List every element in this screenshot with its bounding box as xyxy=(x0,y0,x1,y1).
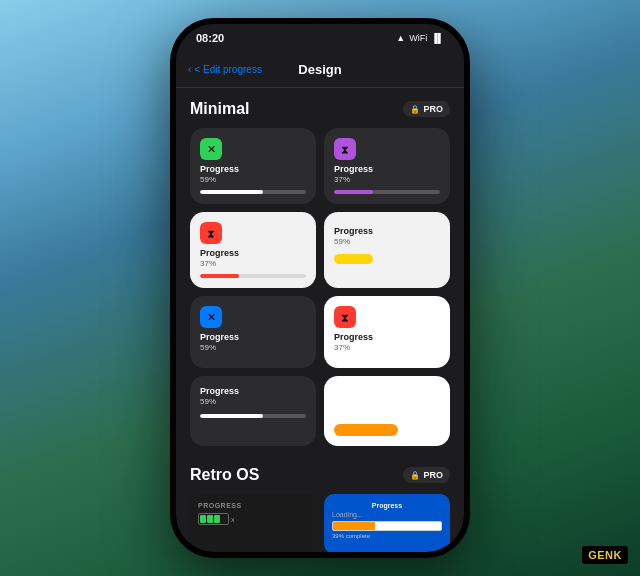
retro-card-blue[interactable]: Progress Loading... 39% complete xyxy=(324,494,450,552)
battery-cell-1 xyxy=(200,515,206,523)
widget-icon-1: ✕ xyxy=(200,138,222,160)
widget-label-4: Progress xyxy=(334,226,440,236)
battery-cell-2 xyxy=(207,515,213,523)
widget-icon-6: ⧗ xyxy=(334,306,356,328)
yellow-bar xyxy=(334,254,373,264)
nav-title: Design xyxy=(298,62,341,77)
widget-card-7[interactable]: Progress 59% xyxy=(190,376,316,446)
progress-bar-2 xyxy=(334,190,440,194)
widget-grid-row2: ✕ Progress 59% ⧗ Progress 37% xyxy=(190,296,450,368)
pro-badge: 🔒 PRO xyxy=(403,101,450,117)
widget-label-5: Progress xyxy=(200,332,306,342)
retro-progress-fill xyxy=(333,522,375,530)
genk-k: K xyxy=(614,549,622,561)
widget-value-7: 59% xyxy=(200,397,306,406)
signal-icon: ▲ xyxy=(396,33,405,43)
section-header: Minimal 🔒 PRO xyxy=(190,100,450,118)
widget-card-2[interactable]: ⧗ Progress 37% xyxy=(324,128,450,204)
widget-label-2: Progress xyxy=(334,164,440,174)
widget-value-3: 37% xyxy=(200,259,306,268)
retro-card-dark[interactable]: PROGRESS x xyxy=(190,494,316,552)
widget-value-1: 59% xyxy=(200,175,306,184)
wifi-icon: WiFi xyxy=(409,33,427,43)
retro-lock-icon: 🔒 xyxy=(410,471,420,480)
widget-label-1: Progress xyxy=(200,164,306,174)
battery-cell-4 xyxy=(221,515,227,523)
widget-value-4: 59% xyxy=(334,237,440,246)
lock-icon: 🔒 xyxy=(410,105,420,114)
widget-spacer xyxy=(334,386,440,416)
retro-pro-badge: 🔒 PRO xyxy=(403,467,450,483)
retro-battery: x xyxy=(198,513,308,525)
progress-fill-2 xyxy=(334,190,373,194)
widget-grid-row1: ✕ Progress 59% ⧗ Progress 37% xyxy=(190,128,450,288)
battery-icon: ▐▌ xyxy=(431,33,444,43)
scroll-content[interactable]: Minimal 🔒 PRO ✕ Progress 59% xyxy=(176,88,464,552)
widget-card-4[interactable]: Progress 59% xyxy=(324,212,450,288)
widget-value-5: 59% xyxy=(200,343,306,352)
retro-section-header: Retro OS 🔒 PRO xyxy=(190,466,450,484)
widget-icon-5: ✕ xyxy=(200,306,222,328)
retro-dark-label: PROGRESS xyxy=(198,502,308,509)
widget-grid-row3: Progress 59% xyxy=(190,376,450,446)
yellow-bar-container xyxy=(334,254,440,264)
progress-bar-7 xyxy=(200,414,306,418)
back-button[interactable]: ‹ < Edit progress xyxy=(188,64,262,75)
widget-card-5[interactable]: ✕ Progress 59% xyxy=(190,296,316,368)
progress-fill-7 xyxy=(200,414,263,418)
progress-bar-1 xyxy=(200,190,306,194)
widget-value-6: 37% xyxy=(334,343,440,352)
chevron-left-icon: ‹ xyxy=(188,64,191,75)
retro-blue-label: Progress xyxy=(332,502,442,509)
phone-screen: 08:20 ▲ WiFi ▐▌ ‹ < Edit progress Design… xyxy=(176,24,464,552)
progress-fill-3 xyxy=(200,274,239,278)
progress-fill-1 xyxy=(200,190,263,194)
retro-progress-bar xyxy=(332,521,442,531)
minimal-section: Minimal 🔒 PRO ✕ Progress 59% xyxy=(176,88,464,454)
retro-section: Retro OS 🔒 PRO PROGRESS xyxy=(176,454,464,552)
status-bar: 08:20 ▲ WiFi ▐▌ xyxy=(176,24,464,52)
widget-value-2: 37% xyxy=(334,175,440,184)
widget-label-7: Progress xyxy=(200,386,306,396)
genk-text: GEN xyxy=(588,549,613,561)
genk-badge: GENK xyxy=(582,546,628,564)
nav-bar: ‹ < Edit progress Design xyxy=(176,52,464,88)
widget-card-1[interactable]: ✕ Progress 59% xyxy=(190,128,316,204)
widget-label-3: Progress xyxy=(200,248,306,258)
widget-card-6[interactable]: ⧗ Progress 37% xyxy=(324,296,450,368)
retro-pro-label: PRO xyxy=(423,470,443,480)
retro-loading: Loading... xyxy=(332,511,442,518)
minimal-title: Minimal xyxy=(190,100,250,118)
widget-card-3[interactable]: ⧗ Progress 37% xyxy=(190,212,316,288)
pro-label: PRO xyxy=(423,104,443,114)
orange-bar xyxy=(334,424,398,436)
widget-card-8[interactable] xyxy=(324,376,450,446)
status-icons: ▲ WiFi ▐▌ xyxy=(396,33,444,43)
retro-title: Retro OS xyxy=(190,466,259,484)
progress-bar-3 xyxy=(200,274,306,278)
back-label: < Edit progress xyxy=(194,64,262,75)
widget-label-6: Progress xyxy=(334,332,440,342)
retro-complete: 39% complete xyxy=(332,533,442,539)
widget-icon-3: ⧗ xyxy=(200,222,222,244)
status-time: 08:20 xyxy=(196,32,224,44)
widget-icon-2: ⧗ xyxy=(334,138,356,160)
retro-grid: PROGRESS x Progr xyxy=(190,494,450,552)
battery-cell-3 xyxy=(214,515,220,523)
phone-frame: 08:20 ▲ WiFi ▐▌ ‹ < Edit progress Design… xyxy=(170,18,470,558)
battery-body xyxy=(198,513,229,525)
battery-x: x xyxy=(231,516,235,523)
